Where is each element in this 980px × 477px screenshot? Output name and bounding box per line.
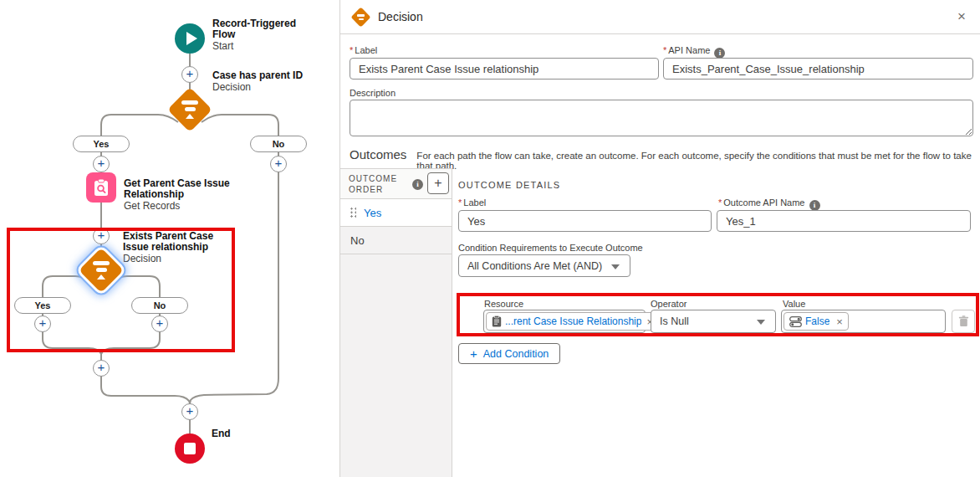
api-name-input[interactable] <box>663 58 973 80</box>
play-icon <box>186 32 197 45</box>
label-input[interactable] <box>350 58 659 80</box>
add-element-button[interactable]: + <box>181 66 198 83</box>
chevron-down-icon <box>611 264 620 269</box>
end-node[interactable] <box>175 433 205 464</box>
add-element-button[interactable]: + <box>93 360 110 377</box>
stop-icon <box>184 443 196 454</box>
delete-condition-button[interactable] <box>952 310 975 333</box>
chevron-down-icon <box>757 320 765 325</box>
boolean-icon <box>789 316 802 327</box>
start-node[interactable] <box>175 23 205 54</box>
drag-handle-icon[interactable] <box>350 207 356 218</box>
decision1-label: Case has parent ID Decision <box>212 70 321 93</box>
get-records-label: Get Parent Case Issue Relationship Get R… <box>124 178 232 212</box>
trash-icon <box>958 315 969 327</box>
outcome-order-header: OUTCOME ORDER i + <box>340 169 452 199</box>
decision-icon <box>350 7 370 27</box>
add-element-button[interactable]: + <box>34 315 51 332</box>
record-variable-icon <box>492 315 502 327</box>
resource-pill[interactable]: ...rent Case Issue Relationship × <box>486 312 659 331</box>
description-field-label: Description <box>350 88 396 98</box>
resource-combobox[interactable]: ...rent Case Issue Relationship × <box>483 310 646 333</box>
outcome-item-yes[interactable]: Yes <box>340 199 452 227</box>
remove-pill-icon[interactable]: × <box>836 315 843 328</box>
end-node-label: End <box>212 428 320 439</box>
outcome-api-name-field-label: *Outcome API Namei <box>718 197 820 211</box>
add-outcome-button[interactable]: + <box>427 172 449 194</box>
label-field-label: *Label <box>350 45 377 55</box>
decision2-label: Exists Parent Case Issue relationship De… <box>123 231 228 264</box>
flow-builder-window: Record-Triggered Flow Start + Case has p… <box>0 0 980 477</box>
add-element-button[interactable]: + <box>93 156 110 172</box>
branch1-yes-label: Yes <box>73 136 130 152</box>
panel-header: Decision × <box>340 0 980 34</box>
outcome-order-panel: OUTCOME ORDER i + Yes No <box>340 168 452 477</box>
condition-requirements-select[interactable]: All Conditions Are Met (AND) <box>458 254 630 277</box>
add-element-button[interactable]: + <box>93 228 110 244</box>
value-pill[interactable]: False × <box>783 312 849 331</box>
branch1-no-label: No <box>250 136 307 152</box>
flow-canvas[interactable]: Record-Triggered Flow Start + Case has p… <box>0 0 339 477</box>
outcome-details-heading: OUTCOME DETAILS <box>458 180 560 190</box>
outcome-label-input[interactable] <box>458 210 712 232</box>
outcomes-help-text: For each path the flow can take, create … <box>416 151 980 171</box>
outcomes-heading: Outcomes For each path the flow can take… <box>350 147 980 171</box>
add-condition-button[interactable]: + Add Condition <box>458 343 560 364</box>
outcome-item-no[interactable]: No <box>340 227 452 254</box>
branch2-no-label: No <box>131 297 188 314</box>
add-element-button[interactable]: + <box>270 156 287 172</box>
operator-field-label: Operator <box>651 299 687 309</box>
outcome-api-name-input[interactable] <box>717 210 971 232</box>
close-icon[interactable]: × <box>957 8 966 25</box>
get-records-icon <box>92 178 110 197</box>
info-icon[interactable]: i <box>412 179 423 190</box>
api-name-field-label: *API Namei <box>663 45 725 59</box>
add-element-button[interactable]: + <box>151 315 168 332</box>
decision-icon <box>181 100 198 119</box>
resource-field-label: Resource <box>484 299 523 309</box>
value-combobox[interactable]: False × <box>781 310 946 333</box>
condition-requirements-label: Condition Requirements to Execute Outcom… <box>458 243 643 253</box>
panel-title: Decision <box>378 10 423 23</box>
outcome-label-field-label: *Label <box>458 197 486 208</box>
decision-icon <box>93 261 110 280</box>
get-records-node[interactable] <box>86 172 116 203</box>
description-input[interactable] <box>350 100 973 136</box>
value-field-label: Value <box>783 299 805 309</box>
start-node-label: Record-Triggered Flow Start <box>212 18 321 52</box>
decision-edit-panel: Decision × *Label *API Namei Description… <box>339 0 980 477</box>
operator-select[interactable]: Is Null <box>651 310 776 333</box>
add-element-button[interactable]: + <box>181 403 198 420</box>
plus-icon: + <box>470 346 477 361</box>
branch2-yes-label: Yes <box>14 297 71 314</box>
